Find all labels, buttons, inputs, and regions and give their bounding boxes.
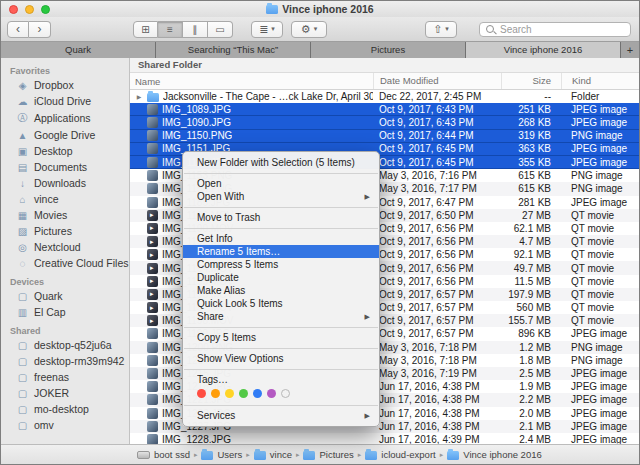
file-row[interactable]: ▶Jacksonville - The Cape - …ck Lake Dr, …	[130, 90, 639, 103]
sidebar-item-omv[interactable]: ▢omv	[1, 417, 129, 433]
menu-item-new-folder-with-selection-5-items[interactable]: New Folder with Selection (5 Items)	[183, 156, 379, 169]
sidebar-item-desktop-q52ju6a[interactable]: ▢desktop-q52ju6a	[1, 337, 129, 353]
share-button[interactable]: ⇧ ▾	[425, 21, 457, 38]
desktop-icon: ▣	[16, 146, 29, 157]
path-item-users[interactable]: Users	[201, 449, 242, 460]
path-item-vince[interactable]: vince	[254, 449, 292, 460]
sidebar-item-creative-cloud-files[interactable]: ◌Creative Cloud Files	[1, 255, 129, 271]
path-item-vince-iphone-2016[interactable]: Vince iphone 2016	[447, 449, 542, 460]
tab-vince-iphone-2016[interactable]: Vince iphone 2016	[466, 42, 621, 58]
file-row[interactable]: IMG_1089.JPGOct 9, 2017, 6:43 PM251 KBJP…	[130, 103, 639, 116]
tab-pictures[interactable]: Pictures	[311, 42, 466, 58]
sidebar-item-applications[interactable]: ⒶApplications	[1, 109, 129, 127]
sidebar-item-desktop[interactable]: ▣Desktop	[1, 143, 129, 159]
network-pc-icon: ▢	[16, 420, 29, 431]
path-item-label: boot ssd	[154, 449, 190, 460]
sidebar-item-label: El Cap	[34, 306, 66, 318]
menu-item-label: Rename 5 Items…	[197, 246, 370, 257]
path-separator-icon: ▸	[296, 451, 300, 459]
menu-item-services[interactable]: Services▶	[183, 409, 379, 422]
sidebar-section-favorites: Favorites	[1, 63, 129, 77]
file-kind: Folder	[561, 91, 639, 102]
sidebar-item-quark[interactable]: ▢Quark	[1, 288, 129, 304]
file-size: 2.0 MB	[501, 408, 561, 419]
menu-item-open[interactable]: Open	[183, 177, 379, 190]
back-button[interactable]: ‹	[7, 21, 29, 38]
menu-item-rename-5-items[interactable]: Rename 5 Items…	[183, 245, 379, 258]
tag-color-orange[interactable]	[211, 389, 220, 398]
file-size: 281 KB	[501, 197, 561, 208]
tab-searching-this-mac[interactable]: Searching “This Mac”	[156, 42, 311, 58]
menu-item-make-alias[interactable]: Make Alias	[183, 284, 379, 297]
sidebar-item-downloads[interactable]: ↓Downloads	[1, 175, 129, 191]
sidebar-item-dropbox[interactable]: ◈Dropbox	[1, 77, 129, 93]
sidebar-item-el-cap[interactable]: ▥El Cap	[1, 304, 129, 320]
file-row[interactable]: IMG_1150.PNGOct 9, 2017, 6:44 PM319 KBPN…	[130, 130, 639, 143]
tag-color-red[interactable]	[197, 389, 206, 398]
file-row[interactable]: IMG_1090.JPGOct 9, 2017, 6:43 PM268 KBJP…	[130, 116, 639, 129]
menu-item-get-info[interactable]: Get Info	[183, 232, 379, 245]
file-date: Oct 9, 2017, 6:57 PM	[373, 289, 501, 300]
sidebar-item-documents[interactable]: ▤Documents	[1, 159, 129, 175]
forward-button[interactable]: ›	[29, 21, 51, 38]
sidebar-item-pictures[interactable]: ▨Pictures	[1, 223, 129, 239]
menu-item-move-to-trash[interactable]: Move to Trash	[183, 211, 379, 224]
folder-icon	[147, 93, 159, 102]
menu-item-open-with[interactable]: Open With▶	[183, 190, 379, 203]
file-date: Jun 17, 2016, 4:38 PM	[373, 381, 501, 392]
arrange-button[interactable]: ≣ ▾	[251, 21, 283, 38]
disclosure-triangle-icon[interactable]: ▶	[135, 93, 143, 100]
menu-item-quick-look-5-items[interactable]: Quick Look 5 Items	[183, 297, 379, 310]
column-header-size[interactable]: Size	[501, 73, 561, 89]
sidebar-item-label: Downloads	[34, 177, 86, 189]
tag-color-yellow[interactable]	[225, 389, 234, 398]
sidebar-item-movies[interactable]: ▦Movies	[1, 207, 129, 223]
file-row[interactable]: IMG_1228.JPGJun 17, 2016, 4:39 PM2.4 MBJ…	[130, 433, 639, 444]
search-field[interactable]	[479, 22, 631, 37]
action-button[interactable]: ⚙ ▾	[291, 21, 327, 38]
tag-color-blue[interactable]	[253, 389, 262, 398]
sidebar-item-label: Dropbox	[34, 79, 74, 91]
sidebar-item-freenas[interactable]: ▢freenas	[1, 369, 129, 385]
sidebar-item-mo-desktop[interactable]: ▢mo-desktop	[1, 401, 129, 417]
tag-color-purple[interactable]	[267, 389, 276, 398]
menu-item-duplicate[interactable]: Duplicate	[183, 271, 379, 284]
file-name: IMG_1090.JPG	[162, 117, 231, 128]
new-tab-button[interactable]: +	[621, 42, 639, 58]
file-kind: QT movie	[561, 236, 639, 247]
file-kind: JPEG image	[561, 328, 639, 339]
file-size: 560 MB	[501, 302, 561, 313]
column-header-kind[interactable]: Kind	[561, 73, 639, 89]
menu-item-tags[interactable]: Tags…	[183, 373, 379, 386]
menu-item-copy-5-items[interactable]: Copy 5 Items	[183, 331, 379, 344]
column-header-name[interactable]: Name	[130, 73, 373, 89]
sidebar-item-google-drive[interactable]: ▲Google Drive	[1, 127, 129, 143]
sidebar-item-icloud-drive[interactable]: ☁iCloud Drive	[1, 93, 129, 109]
image-thumbnail	[147, 117, 158, 128]
list-view-button[interactable]: ≡	[158, 21, 183, 38]
sidebar-item-nextcloud[interactable]: ◎Nextcloud	[1, 239, 129, 255]
search-input[interactable]	[498, 23, 624, 36]
sidebar-item-desktop-rm39m942[interactable]: ▢desktop-rm39m942	[1, 353, 129, 369]
tab-quark[interactable]: Quark	[1, 42, 156, 58]
tab-bar: QuarkSearching “This Mac”PicturesVince i…	[1, 41, 639, 58]
path-item-pictures[interactable]: Pictures	[303, 449, 353, 460]
column-header-date-modified[interactable]: Date Modified	[373, 73, 501, 89]
sidebar-item-vince[interactable]: ⌂vince	[1, 191, 129, 207]
menu-item-share[interactable]: Share▶	[183, 310, 379, 323]
menu-item-compress-5-items[interactable]: Compress 5 Items	[183, 258, 379, 271]
sidebar-item-label: desktop-rm39m942	[34, 355, 124, 367]
icon-view-button[interactable]: ⊞	[133, 21, 158, 38]
coverflow-view-button[interactable]: ▭	[208, 21, 233, 38]
path-item-boot-ssd[interactable]: boot ssd	[137, 449, 190, 460]
search-icon	[486, 25, 494, 33]
file-kind: JPEG image	[561, 143, 639, 154]
menu-item-show-view-options[interactable]: Show View Options	[183, 352, 379, 365]
column-view-button[interactable]: ∥	[183, 21, 208, 38]
sidebar-item-joker[interactable]: ▢JOKER	[1, 385, 129, 401]
tag-color-green[interactable]	[239, 389, 248, 398]
path-item-icloud-export[interactable]: icloud-export	[365, 449, 435, 460]
tag-color-gray[interactable]	[281, 389, 290, 398]
file-size: 27 MB	[501, 210, 561, 221]
submenu-arrow-icon: ▶	[365, 412, 370, 420]
